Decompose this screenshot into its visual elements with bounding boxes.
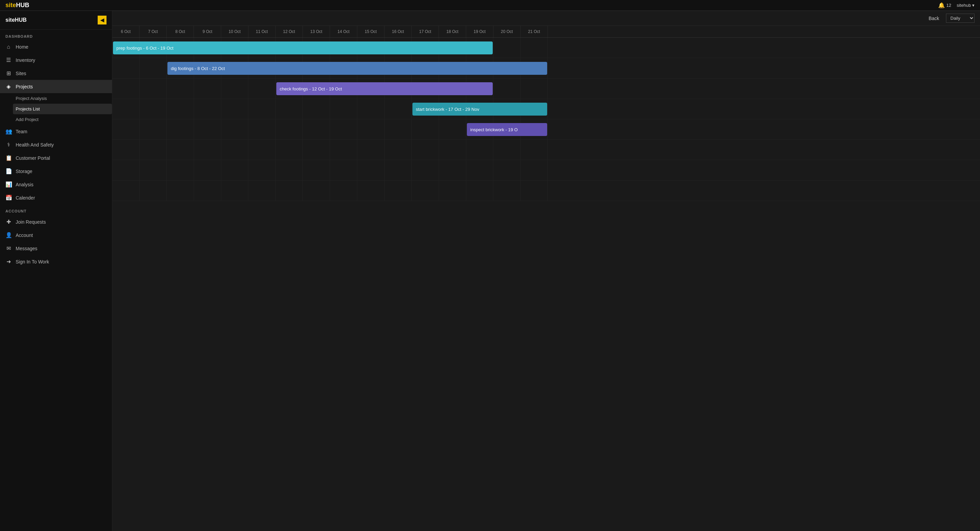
gantt-grid-cell	[330, 181, 357, 201]
notification-bell[interactable]: 🔔 12	[938, 2, 951, 8]
gantt-date-cell: 18 Oct	[439, 26, 466, 37]
gantt-grid-cell	[194, 58, 221, 78]
sidebar-item-sign-in-label: Sign In To Work	[16, 259, 49, 265]
gantt-date-cell: 19 Oct	[466, 26, 493, 37]
gantt-grid-cell	[520, 38, 548, 58]
gantt-date-cell: 14 Oct	[330, 26, 357, 37]
gantt-grid-cell	[167, 79, 194, 98]
gantt-date-cell: 12 Oct	[275, 26, 303, 37]
gantt-grid-cell	[357, 140, 385, 160]
view-select[interactable]: Daily Weekly Monthly	[946, 14, 975, 23]
sidebar-item-calender-label: Calender	[16, 195, 35, 201]
gantt-dates-row: 6 Oct7 Oct8 Oct9 Oct10 Oct11 Oct12 Oct13…	[112, 26, 980, 38]
gantt-grid-cell	[466, 119, 493, 139]
gantt-grid-cell	[140, 58, 167, 78]
gantt-grid-cell	[112, 140, 140, 160]
gantt-grid-cell	[385, 79, 412, 98]
gantt-grid-cell	[439, 119, 466, 139]
gantt-inner: 6 Oct7 Oct8 Oct9 Oct10 Oct11 Oct12 Oct13…	[112, 26, 980, 230]
sidebar-item-calender[interactable]: 📅 Calender	[0, 191, 112, 204]
gantt-grid-cell	[303, 58, 330, 78]
gantt-grid-cell	[194, 38, 221, 58]
gantt-grid-cell	[248, 181, 275, 201]
gantt-grid-cell	[221, 79, 248, 98]
gantt-grid-row	[112, 58, 980, 79]
sidebar-subitem-project-analysis[interactable]: Project Analysis	[16, 93, 112, 104]
gantt-grid-cell	[221, 99, 248, 119]
projects-submenu: Project Analysis Projects List Add Proje…	[0, 93, 112, 125]
gantt-grid-cell	[330, 99, 357, 119]
gantt-grid-cell	[167, 181, 194, 201]
health-safety-icon: ⚕	[5, 141, 11, 148]
sidebar-item-projects[interactable]: ◈ Projects	[0, 80, 112, 93]
gantt-grid-cell	[194, 79, 221, 98]
back-button[interactable]: Back	[926, 14, 942, 22]
gantt-grid-cell	[466, 58, 493, 78]
gantt-date-cell: 21 Oct	[520, 26, 548, 37]
sidebar-item-account[interactable]: 👤 Account	[0, 228, 112, 242]
gantt-date-cell: 17 Oct	[412, 26, 439, 37]
gantt-grid-cell	[493, 38, 520, 58]
sidebar-subitem-projects-list[interactable]: Projects List	[13, 104, 112, 114]
sidebar-item-analysis[interactable]: 📊 Analysis	[0, 178, 112, 191]
sidebar-subitem-add-project[interactable]: Add Project	[16, 114, 112, 125]
gantt-grid-cell	[520, 119, 548, 139]
analysis-icon: 📊	[5, 181, 11, 188]
sidebar-item-customer-portal[interactable]: 📋 Customer Portal	[0, 151, 112, 165]
sidebar-item-account-label: Account	[16, 233, 33, 238]
user-menu[interactable]: sitehub ▾	[956, 3, 975, 8]
gantt-grid-cell	[412, 140, 439, 160]
topbar-right: 🔔 12 sitehub ▾	[938, 2, 975, 8]
logo-site: site	[5, 2, 16, 8]
sidebar-item-health-safety[interactable]: ⚕ Health And Safety	[0, 138, 112, 151]
gantt-grid-row	[112, 99, 980, 119]
gantt-container[interactable]: 6 Oct7 Oct8 Oct9 Oct10 Oct11 Oct12 Oct13…	[112, 26, 980, 531]
logo-hub: HUB	[16, 2, 29, 8]
gantt-grid-cell	[167, 160, 194, 180]
sidebar-item-team[interactable]: 👥 Team	[0, 125, 112, 138]
gantt-grid-cell	[439, 140, 466, 160]
gantt-grid-cell	[385, 119, 412, 139]
sidebar-item-messages[interactable]: ✉ Messages	[0, 242, 112, 255]
gantt-grid-cell	[520, 99, 548, 119]
gantt-grid-cell	[112, 181, 140, 201]
gantt-grid-cell	[303, 119, 330, 139]
projects-icon: ◈	[5, 83, 11, 90]
collapse-button[interactable]: ◀	[98, 16, 107, 24]
gantt-grid-cell	[439, 79, 466, 98]
gantt-grid-cell	[221, 58, 248, 78]
sites-icon: ⊞	[5, 70, 11, 76]
bell-icon: 🔔	[938, 2, 945, 8]
sidebar-item-sign-in-to-work[interactable]: ➜ Sign In To Work	[0, 255, 112, 268]
sidebar-title: siteHUB	[5, 17, 27, 23]
sidebar-item-projects-label: Projects	[16, 84, 33, 89]
gantt-grid-row	[112, 38, 980, 58]
gantt-grid-cell	[466, 99, 493, 119]
gantt-grid-cell	[520, 79, 548, 98]
gantt-date-cell: 9 Oct	[194, 26, 221, 37]
gantt-grid-cell	[330, 140, 357, 160]
gantt-grid-cell	[412, 58, 439, 78]
sidebar-item-sites[interactable]: ⊞ Sites	[0, 67, 112, 80]
sidebar-item-join-requests[interactable]: ✚ Join Requests	[0, 215, 112, 228]
gantt-grid-cell	[167, 38, 194, 58]
sidebar-item-home[interactable]: ⌂ Home	[0, 40, 112, 53]
gantt-grid-cell	[412, 79, 439, 98]
sidebar-item-messages-label: Messages	[16, 246, 37, 251]
gantt-grid-cell	[493, 99, 520, 119]
gantt-grid-cell	[167, 58, 194, 78]
gantt-grid-cell	[466, 38, 493, 58]
account-icon: 👤	[5, 232, 11, 238]
gantt-grid-cell	[412, 119, 439, 139]
gantt-grid-cell	[248, 38, 275, 58]
gantt-grid-cell	[167, 140, 194, 160]
gantt-grid-cell	[140, 119, 167, 139]
gantt-grid-cell	[248, 99, 275, 119]
gantt-grid-cell	[439, 38, 466, 58]
gantt-grid-cell	[385, 99, 412, 119]
home-icon: ⌂	[5, 44, 11, 50]
app-body: siteHUB ◀ DASHBOARD ⌂ Home ☰ Inventory ⊞…	[0, 11, 980, 531]
gantt-grid-cell	[140, 181, 167, 201]
sidebar-item-storage[interactable]: 📄 Storage	[0, 165, 112, 178]
sidebar-item-inventory[interactable]: ☰ Inventory	[0, 53, 112, 67]
